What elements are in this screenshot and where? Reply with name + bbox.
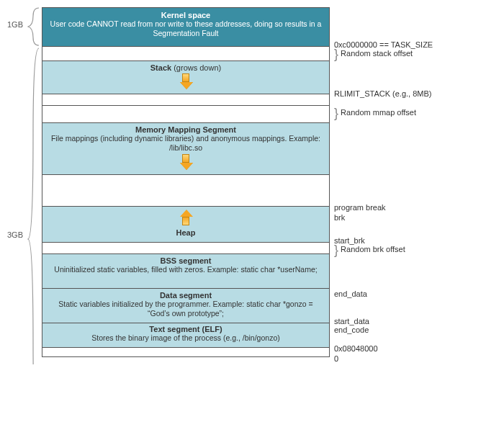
- lbl-rlimit: RLIMIT_STACK (e.g., 8MB): [334, 89, 432, 98]
- addr-task-size: 0xc0000000 == TASK_SIZE: [334, 40, 433, 49]
- kernel-title: Kernel space: [42, 11, 329, 19]
- heap-title: Heap: [42, 228, 329, 237]
- segment-heap: Heap: [42, 206, 330, 242]
- mmap-desc: File mappings (including dynamic librari…: [42, 134, 329, 153]
- lbl-start-brk: start_brk: [334, 236, 365, 245]
- segment-kernel: Kernel space User code CANNOT read from …: [42, 7, 330, 46]
- lbl-text-addr: 0x08048000: [334, 344, 378, 353]
- size-3gb: 3GB: [7, 230, 23, 239]
- lbl-end-data: end_data: [334, 289, 367, 298]
- lbl-zero: 0: [334, 354, 338, 363]
- stack-suffix: (grows down): [174, 63, 221, 72]
- segment-rlimit-gap: [42, 94, 330, 105]
- segment-zero: [42, 347, 330, 357]
- stack-title: Stack: [150, 63, 171, 72]
- lbl-brk-offset: Random brk offset: [341, 245, 405, 253]
- bss-desc: Uninitialized static variables, filled w…: [42, 265, 329, 274]
- memory-layout-diagram: 1GB 3GB Kernel space User code CANNOT re…: [7, 7, 497, 357]
- lbl-stack-offset: Random stack offset: [341, 49, 413, 58]
- bss-title: BSS segment: [42, 256, 329, 265]
- lbl-end-code: end_code: [334, 325, 369, 334]
- brace-3gb: [27, 48, 40, 364]
- brace-1gb: [27, 7, 40, 46]
- text-desc: Stores the binary image of the process (…: [42, 333, 329, 343]
- data-desc: Static variables initialized by the prog…: [42, 300, 329, 318]
- lbl-brk: brk: [334, 213, 345, 222]
- segment-stack-offset: [42, 46, 330, 60]
- text-title: Text segment (ELF): [42, 325, 329, 333]
- right-label-column: 0xc0000000 == TASK_SIZE } Random stack o…: [330, 7, 497, 357]
- segment-mmap: Memory Mapping Segment File mappings (in…: [42, 122, 330, 174]
- arrow-down-icon: [180, 72, 192, 89]
- arrow-down-icon: [180, 153, 192, 170]
- arrow-up-icon: [180, 208, 192, 225]
- mmap-title: Memory Mapping Segment: [42, 125, 329, 134]
- lbl-start-data: start_data: [334, 317, 369, 325]
- segment-data: Data segment Static variables initialize…: [42, 288, 330, 323]
- kernel-desc: User code CANNOT read from nor write to …: [42, 19, 329, 38]
- segment-brk-offset: [42, 242, 330, 253]
- segment-mmap-offset: [42, 105, 330, 122]
- segment-stack: Stack (grows down): [42, 60, 330, 94]
- segment-gap-middle: [42, 174, 330, 206]
- segment-text: Text segment (ELF) Stores the binary ima…: [42, 323, 330, 347]
- data-title: Data segment: [42, 291, 329, 300]
- lbl-program-break: program break: [334, 203, 386, 212]
- left-size-column: 1GB 3GB: [7, 7, 42, 357]
- lbl-mmap-offset: Random mmap offset: [341, 108, 416, 117]
- segment-bss: BSS segment Uninitialized static variabl…: [42, 253, 330, 288]
- segment-column: Kernel space User code CANNOT read from …: [42, 7, 330, 357]
- size-1gb: 1GB: [7, 20, 23, 29]
